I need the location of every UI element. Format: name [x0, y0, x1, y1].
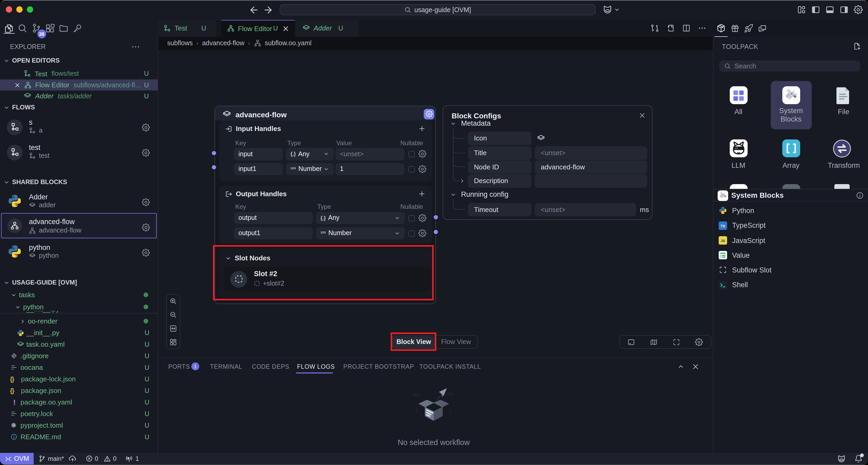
svg-text:JS: JS [720, 239, 725, 243]
svg-text:TS: TS [720, 224, 725, 228]
